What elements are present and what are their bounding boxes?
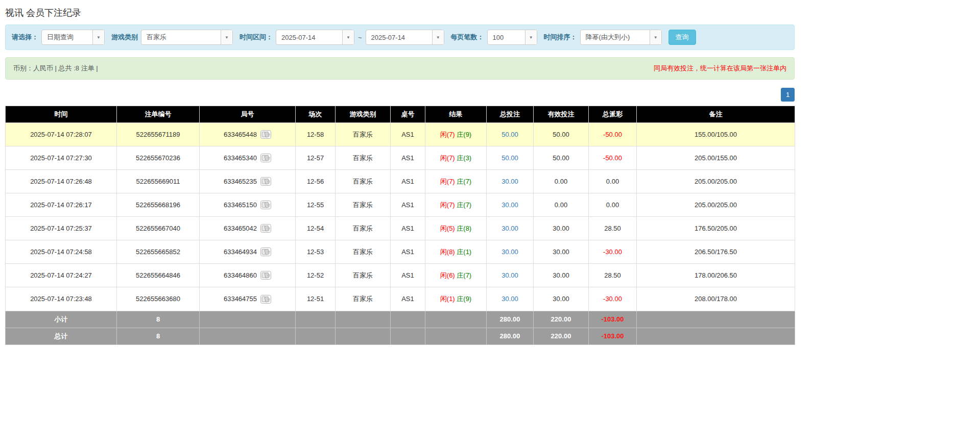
cell-total-bet[interactable]: 50.00 (487, 123, 534, 146)
game-type-select[interactable]: 百家乐 ▼ (141, 30, 233, 45)
column-header-7: 结果 (425, 106, 487, 123)
game-type-value: 百家乐 (141, 33, 221, 42)
cell-total-bet[interactable]: 30.00 (487, 240, 534, 264)
footer-empty (200, 311, 296, 328)
table-footer: 小计8280.00220.00-103.00总计8280.00220.00-10… (6, 311, 795, 344)
date-from-select[interactable]: 2025-07-14 ▼ (276, 30, 354, 45)
result-banker: 庄(1) (457, 248, 471, 256)
cell-table-number: AS1 (391, 264, 425, 287)
cell-round-number: 633464934 (200, 240, 296, 264)
round-number-text: 633465150 (224, 201, 257, 209)
video-replay-icon[interactable] (260, 177, 271, 186)
cell-time: 2025-07-14 07:25:37 (6, 217, 117, 240)
cell-valid-bet: 50.00 (534, 123, 589, 146)
summary-currency-info: 币别：人民币 | 总共 :8 注单 | (13, 64, 98, 73)
pagination-page-1[interactable]: 1 (781, 88, 795, 102)
cell-payout: 28.50 (589, 264, 637, 287)
video-replay-icon[interactable] (260, 224, 271, 233)
cell-game-type: 百家乐 (336, 170, 391, 193)
cell-round-number: 633464860 (200, 264, 296, 287)
cell-table-number: AS1 (391, 146, 425, 170)
round-number-text: 633465340 (224, 154, 257, 162)
result-banker: 庄(7) (457, 201, 471, 209)
summary-bar: 币别：人民币 | 总共 :8 注单 | 同局有效投注，统一计算在该局第一张注单内 (5, 57, 795, 80)
range-separator: ~ (358, 34, 362, 41)
cell-payout: -50.00 (589, 123, 637, 146)
round-number-text: 633464860 (224, 271, 257, 279)
video-replay-icon[interactable] (260, 130, 271, 139)
round-number-text: 633465448 (224, 131, 257, 138)
caret-down-icon[interactable]: ▼ (525, 30, 537, 44)
column-header-8: 总投注 (487, 106, 534, 123)
footer-valid-bet: 220.00 (534, 311, 589, 328)
sort-select[interactable]: 降幂(由大到小) ▼ (580, 30, 662, 45)
search-button[interactable]: 查询 (668, 30, 696, 45)
cell-session: 12-58 (296, 123, 336, 146)
query-type-value: 日期查询 (42, 33, 92, 42)
cell-remark: 155.00/105.00 (637, 123, 795, 146)
table-row: 2025-07-14 07:25:37522655667040633465042… (6, 217, 795, 240)
cell-total-bet[interactable]: 30.00 (487, 217, 534, 240)
caret-down-icon[interactable]: ▼ (221, 30, 232, 44)
cell-valid-bet: 0.00 (534, 170, 589, 193)
page-size-label: 每页笔数： (451, 33, 484, 42)
cell-time: 2025-07-14 07:28:07 (6, 123, 117, 146)
column-header-6: 桌号 (391, 106, 425, 123)
cell-round-number: 633465042 (200, 217, 296, 240)
result-player: 闲(8) (440, 248, 455, 256)
cell-total-bet[interactable]: 50.00 (487, 146, 534, 170)
sort-value: 降幂(由大到小) (581, 33, 650, 42)
cell-remark: 205.00/155.00 (637, 146, 795, 170)
column-header-4: 场次 (296, 106, 336, 123)
table-row: 2025-07-14 07:26:48522655669011633465235… (6, 170, 795, 193)
caret-down-icon[interactable]: ▼ (432, 30, 444, 44)
footer-empty (336, 328, 391, 344)
cell-remark: 208.00/178.00 (637, 287, 795, 311)
page-size-select[interactable]: 100 ▼ (487, 30, 537, 45)
bet-records-table: 时间注单编号局号场次游戏类别桌号结果总投注有效投注总派彩备注 2025-07-1… (5, 106, 795, 345)
round-number-text: 633464755 (224, 295, 257, 303)
cell-result: 闲(7) 庄(7) (425, 170, 487, 193)
column-header-2: 注单编号 (117, 106, 200, 123)
cell-round-number: 633465340 (200, 146, 296, 170)
cell-total-bet[interactable]: 30.00 (487, 264, 534, 287)
time-range-label: 时间区间： (240, 33, 273, 42)
filter-group-page-size: 每页笔数： 100 ▼ (451, 30, 537, 45)
date-to-select[interactable]: 2025-07-14 ▼ (366, 30, 444, 45)
game-type-label: 游戏类别 (111, 33, 138, 42)
result-banker: 庄(3) (457, 154, 471, 162)
cell-valid-bet: 30.00 (534, 287, 589, 311)
cell-total-bet[interactable]: 30.00 (487, 170, 534, 193)
cell-table-number: AS1 (391, 240, 425, 264)
cell-bet-number: 522655670236 (117, 146, 200, 170)
video-replay-icon[interactable] (260, 154, 271, 162)
footer-payout: -103.00 (589, 311, 637, 328)
content-container: 视讯 会员下注纪录 请选择： 日期查询 ▼ 游戏类别 百家乐 ▼ 时间区间： 2… (5, 0, 795, 421)
video-replay-icon[interactable] (260, 271, 271, 280)
cell-total-bet[interactable]: 30.00 (487, 287, 534, 311)
cell-game-type: 百家乐 (336, 287, 391, 311)
result-banker: 庄(9) (457, 295, 471, 303)
cell-bet-number: 522655667040 (117, 217, 200, 240)
cell-remark: 178.00/206.50 (637, 264, 795, 287)
footer-empty (391, 311, 425, 328)
footer-total-bet: 280.00 (487, 328, 534, 344)
caret-down-icon[interactable]: ▼ (650, 30, 661, 44)
table-row: 2025-07-14 07:24:58522655665852633464934… (6, 240, 795, 264)
footer-label: 总计 (6, 328, 117, 344)
video-replay-icon[interactable] (260, 295, 271, 304)
video-replay-icon[interactable] (260, 201, 271, 209)
caret-down-icon[interactable]: ▼ (92, 30, 104, 44)
footer-count: 8 (117, 328, 200, 344)
caret-down-icon[interactable]: ▼ (342, 30, 354, 44)
cell-payout: -50.00 (589, 146, 637, 170)
footer-label: 小计 (6, 311, 117, 328)
cell-remark: 205.00/205.00 (637, 170, 795, 193)
query-type-select[interactable]: 日期查询 ▼ (41, 30, 105, 45)
cell-game-type: 百家乐 (336, 123, 391, 146)
cell-result: 闲(8) 庄(1) (425, 240, 487, 264)
cell-session: 12-54 (296, 217, 336, 240)
cell-bet-number: 522655668196 (117, 193, 200, 217)
cell-total-bet[interactable]: 30.00 (487, 193, 534, 217)
video-replay-icon[interactable] (260, 247, 271, 256)
